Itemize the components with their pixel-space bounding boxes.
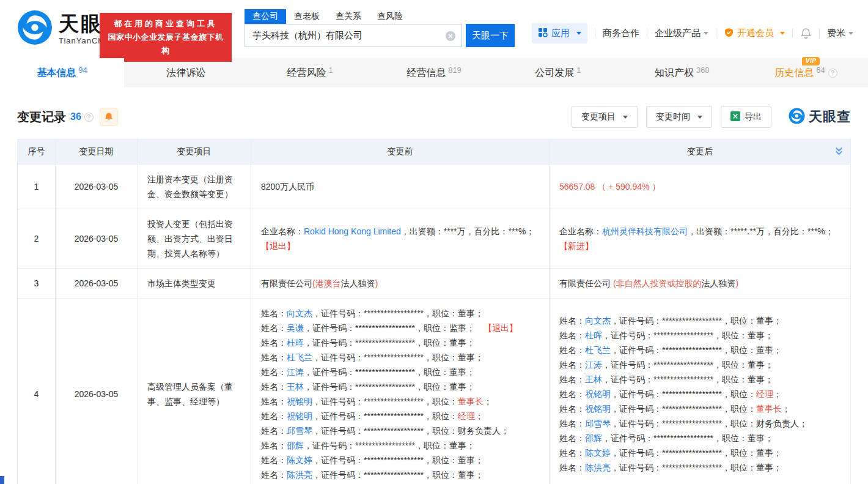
tab-经营信息[interactable]: 经营信息819 <box>372 58 496 87</box>
cell-text: 姓名： <box>261 308 287 318</box>
cell-date: 2026-03-05 <box>56 209 138 269</box>
chevron-down-icon <box>704 32 708 35</box>
watermark-logo: 天眼查 <box>789 108 851 127</box>
export-button[interactable]: 导出 <box>721 106 771 128</box>
top-nav: 应用 商务合作 企业级产品 开通会员 <box>532 23 853 43</box>
entity-link[interactable]: 祝铭明 <box>287 411 312 421</box>
cell-seq: 2 <box>18 209 56 269</box>
entity-link[interactable]: 向文杰 <box>287 308 312 318</box>
entity-link[interactable]: 陈洪亮 <box>287 470 312 480</box>
clear-search-icon[interactable] <box>445 31 456 44</box>
filter-变更项目-dropdown[interactable]: 变更项目 <box>572 106 638 128</box>
nav-cooperation[interactable]: 商务合作 <box>603 28 639 39</box>
cell-text: 法人独资 <box>341 278 375 288</box>
entity-link[interactable]: Rokid Hong Kong Limited <box>304 226 401 236</box>
cell-text: 有限责任公司 <box>261 278 312 288</box>
tab-label: 经营信息 <box>406 67 446 80</box>
entity-link[interactable]: 邵辉 <box>585 433 602 443</box>
entity-link[interactable]: 江涛 <box>287 367 304 377</box>
entity-link[interactable]: 杭州灵伴科技有限公司 <box>602 226 688 236</box>
slogan-banner: 都在用的商业查询工具 国家中小企业发展子基金旗下机构 <box>100 13 232 62</box>
cell-after: 企业名称：杭州灵伴科技有限公司，出资额：*****.**万，百分比：***%；【… <box>550 209 851 269</box>
top-header: 天眼查 TianYanCha.com 都在用的商业查询工具 国家中小企业发展子基… <box>0 0 868 58</box>
cell-text: 姓名： <box>559 330 585 340</box>
entity-link[interactable]: 江涛 <box>585 360 602 370</box>
entity-link[interactable]: 邱雪琴 <box>287 426 312 436</box>
search-tab-查风险[interactable]: 查风险 <box>369 9 411 24</box>
cell-text: 姓名： <box>261 441 287 450</box>
col-header-变更日期: 变更日期 <box>56 140 138 165</box>
nav-apps[interactable]: 应用 <box>532 23 587 43</box>
cell-line: 姓名：杜晖，证件号码：******************，职位：董事； <box>559 328 840 343</box>
slogan-line1: 都在用的商业查询工具 <box>105 17 227 31</box>
tab-count: 1 <box>576 65 581 75</box>
nav-enterprise[interactable]: 企业级产品 <box>655 28 708 39</box>
search-input[interactable] <box>245 31 462 41</box>
entity-link[interactable]: 邵辉 <box>287 441 304 450</box>
search-area: 查公司查老板查关系查风险 天眼一下 <box>245 9 515 47</box>
change-tag[interactable]: 【新进】 <box>559 241 594 251</box>
cell-line: 企业名称：Rokid Hong Kong Limited，出资额：****万，百… <box>261 224 539 253</box>
entity-link[interactable]: 杜飞兰 <box>287 352 312 362</box>
cell-line: 姓名：祝铭明，证件号码：******************，职位：经理； <box>559 387 840 401</box>
search-button[interactable]: 天眼一下 <box>466 24 515 47</box>
entity-link[interactable]: 向文杰 <box>585 316 611 326</box>
help-icon[interactable]: ? <box>828 69 837 78</box>
cell-text: ； <box>484 397 492 406</box>
col-header-变更项目: 变更项目 <box>138 140 251 165</box>
entity-link[interactable]: 陈洪亮 <box>585 463 611 472</box>
table-row: 42026-03-05高级管理人员备案（董事、监事、经理等）姓名：向文杰，证件号… <box>18 299 851 484</box>
search-tab-查公司[interactable]: 查公司 <box>245 9 286 24</box>
tab-法律诉讼[interactable]: 法律诉讼 <box>124 58 248 87</box>
tab-基本信息[interactable]: 基本信息94 <box>0 58 124 87</box>
entity-link[interactable]: 祝铭明 <box>585 389 611 399</box>
entity-link[interactable]: 吴谦 <box>287 323 304 333</box>
search-tab-查老板[interactable]: 查老板 <box>286 9 328 24</box>
filter-变更时间-dropdown[interactable]: 变更时间 <box>646 106 712 128</box>
tab-知识产权[interactable]: 知识产权368 <box>620 58 744 87</box>
cell-text: 董事长 <box>756 404 782 414</box>
entity-link[interactable]: 祝铭明 <box>287 397 312 406</box>
section-count: 36 <box>70 111 81 122</box>
watermark-logo-icon <box>789 108 805 127</box>
entity-link[interactable]: 王林 <box>287 382 304 392</box>
change-tag[interactable]: 【退出】 <box>261 241 295 251</box>
cell-text: (非自然人投资或控股的 <box>613 278 702 288</box>
side-widget-fragment <box>0 476 4 484</box>
entity-link[interactable]: 祝铭明 <box>585 404 611 414</box>
cell-line: 姓名：吴谦，证件号码：******************，职位：监事； 【退出… <box>261 321 539 335</box>
double-chevron-down-icon[interactable] <box>834 146 844 158</box>
divider <box>819 29 820 38</box>
export-label: 导出 <box>745 111 762 122</box>
entity-link[interactable]: 杜飞兰 <box>585 345 611 355</box>
entity-link[interactable]: 杜晖 <box>287 338 304 348</box>
cell-text: ，证件号码：******************，职位：董事； <box>304 382 475 392</box>
filter-label: 变更项目 <box>581 111 616 122</box>
tab-label: 基本信息 <box>37 67 76 80</box>
cell-text: ，证件号码：******************，职位：监事； <box>304 323 484 333</box>
entity-link[interactable]: 陈文婷 <box>287 455 312 465</box>
help-icon[interactable]: ? <box>84 113 94 122</box>
watermark-text: 天眼查 <box>809 108 851 126</box>
tab-公司发展[interactable]: 公司发展1 <box>496 58 620 87</box>
nav-user[interactable]: 费米 <box>827 28 853 39</box>
search-tab-查关系[interactable]: 查关系 <box>328 9 369 24</box>
tab-经营风险[interactable]: 经营风险1 <box>248 58 372 87</box>
entity-link[interactable]: 陈文婷 <box>585 448 611 458</box>
entity-link[interactable]: 杜晖 <box>585 330 602 340</box>
nav-vip[interactable]: 开通会员 <box>724 28 785 40</box>
cell-line: 姓名：邵辉，证件号码：******************，职位：董事； <box>559 431 840 445</box>
tianyancha-logo-icon <box>17 10 53 48</box>
entity-link[interactable]: 邱雪琴 <box>585 419 611 428</box>
subscribe-bell-button[interactable] <box>100 108 118 126</box>
cell-change-item: 高级管理人员备案（董事、监事、经理等） <box>138 299 251 484</box>
entity-link[interactable]: 王林 <box>585 374 602 384</box>
cell-text: 姓名： <box>559 316 585 326</box>
cell-line: 企业名称：杭州灵伴科技有限公司，出资额：*****.**万，百分比：***%；【… <box>559 224 840 253</box>
cell-line: 姓名：陈洪亮，证件号码：******************，职位：董事； <box>559 460 840 475</box>
nav-user-label: 费米 <box>827 28 845 39</box>
tab-count: 94 <box>78 65 87 75</box>
tab-历史信息[interactable]: 历史信息VIP64? <box>744 58 868 87</box>
change-tag[interactable]: 【退出】 <box>484 323 518 333</box>
notification-bell-icon[interactable] <box>800 28 812 39</box>
